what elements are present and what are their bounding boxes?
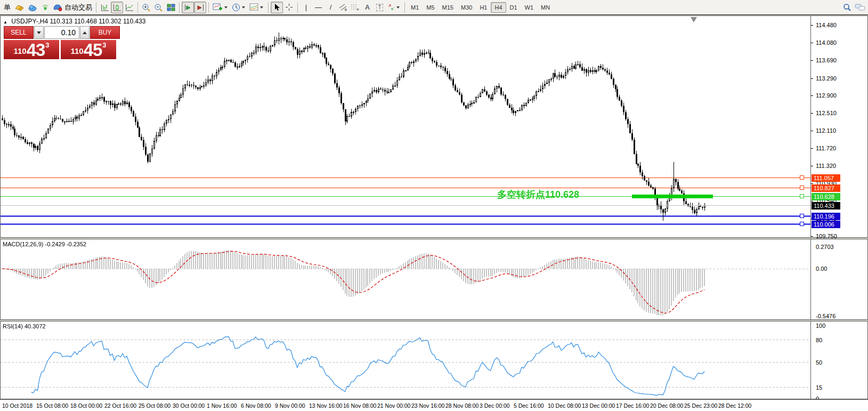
time-axis[interactable]: 10 Oct 201815 Oct 08:0018 Oct 00:0022 Oc… (0, 399, 868, 411)
time-axis-label: 13 Nov 16:00 (309, 402, 342, 409)
zoom-in-button[interactable] (140, 2, 152, 13)
rsi-plot[interactable] (1, 321, 810, 399)
main-toolbar: 单 自动交易 | — / E F A T M1M5M15M30H1H4D1W1M… (0, 0, 868, 15)
timeframe-m30[interactable]: M30 (457, 2, 476, 13)
toolbar-separator (297, 2, 298, 13)
indicators-button[interactable] (211, 2, 230, 13)
buy-button[interactable]: BUY (90, 26, 120, 39)
volume-input[interactable] (44, 26, 79, 39)
bid-superscript: 3 (45, 41, 49, 49)
templates-button[interactable] (248, 2, 266, 13)
macd-plot[interactable] (1, 239, 810, 319)
channel-button[interactable]: E (337, 2, 349, 13)
chart-bars-button[interactable] (99, 2, 111, 13)
price-tick-label: 114.480 (816, 21, 837, 29)
rsi-axis-label: 80 (816, 336, 822, 344)
time-axis-label: 28 Dec 12:00 (718, 402, 751, 409)
time-axis-label: 10 Oct 2018 (2, 402, 33, 409)
price-tag: 110.433 (812, 202, 840, 209)
toolbar-right-group (841, 2, 868, 13)
zoom-in-icon (142, 3, 151, 12)
horizontal-line-button[interactable]: — (312, 2, 325, 13)
label-tool-icon: T (376, 4, 383, 11)
chat-button[interactable] (853, 2, 868, 13)
news-cloud-button[interactable] (26, 2, 39, 13)
tile-windows-button[interactable] (165, 2, 177, 13)
chart-line-button[interactable] (123, 2, 135, 13)
dropdown-arrow-icon[interactable] (224, 6, 228, 9)
gold-ingot-button[interactable] (13, 2, 26, 13)
time-axis-label: 18 Oct 00:00 (70, 402, 102, 409)
periods-button[interactable] (230, 2, 248, 13)
chart-shift-button[interactable] (194, 2, 206, 13)
chart-symbol-period: USDJPY-,H4 (11, 18, 48, 25)
rsi-axis[interactable]: 1008050150 (811, 321, 868, 399)
arrows-icon (387, 4, 395, 11)
arrows-tool-button[interactable] (386, 2, 402, 13)
timeframe-h1[interactable]: H1 (476, 2, 491, 13)
timeframe-m15[interactable]: M15 (439, 2, 457, 13)
zoom-out-button[interactable] (152, 2, 165, 13)
crosshair-button[interactable] (283, 2, 295, 13)
trendline-button[interactable]: / (325, 2, 337, 13)
price-axis[interactable]: 114.480114.080113.690113.290112.900112.5… (811, 15, 868, 238)
timeframe-d1[interactable]: D1 (506, 2, 521, 13)
time-axis-label: 10 Dec 08:00 (548, 402, 581, 409)
timeframe-h4[interactable]: H4 (491, 2, 506, 13)
price-tag: 110.006 (812, 221, 840, 228)
line-chart-icon (125, 4, 134, 11)
channel-icon: E (338, 3, 347, 11)
chart-shift-marker-icon[interactable] (691, 17, 697, 22)
time-axis-label: 13 Dec 00:00 (582, 402, 615, 409)
timeframe-m1[interactable]: M1 (407, 2, 423, 13)
sell-button[interactable]: SELL (4, 26, 34, 39)
mt4-window: { "toolbar": { "partial_button": "单", "a… (0, 0, 868, 411)
price-tick-label: 111.720 (816, 144, 836, 152)
label-tool-button[interactable]: T (374, 2, 386, 13)
autoscroll-icon (184, 4, 192, 11)
time-axis-label: 25 Oct 08:00 (139, 402, 171, 409)
collapse-marker-icon[interactable]: ▲ (3, 20, 7, 25)
timeframe-toolbar: M1M5M15M30H1H4D1W1MN (407, 2, 554, 13)
price-tick-label: 112.110 (816, 127, 836, 134)
text-tool-button[interactable]: A (361, 2, 374, 13)
dropdown-arrow-icon[interactable] (260, 6, 263, 9)
autotrading-button[interactable]: 自动交易 (51, 2, 94, 13)
timeframe-mn[interactable]: MN (537, 2, 554, 13)
ask-prefix: 110 (70, 43, 83, 59)
autoscroll-button[interactable] (182, 2, 194, 13)
volume-down-button[interactable] (34, 26, 44, 39)
fibonacci-button[interactable]: F (349, 2, 361, 13)
signal-button[interactable] (39, 2, 51, 13)
price-tick-mark (811, 95, 813, 96)
clock-icon (232, 3, 240, 11)
timeframe-w1[interactable]: W1 (521, 2, 538, 13)
vertical-line-button[interactable]: | (300, 2, 312, 13)
toolbar-separator (268, 2, 269, 13)
fibonacci-icon: F (351, 3, 360, 11)
timeframe-m5[interactable]: M5 (423, 2, 438, 13)
time-axis-label: 6 Nov 08:00 (241, 402, 271, 409)
chart-text-annotation[interactable]: 多空转折点110.628 (497, 188, 579, 201)
new-order-button[interactable]: 单 (1, 2, 13, 13)
trendline-icon: / (330, 4, 332, 11)
chart-candles-button[interactable] (111, 2, 123, 13)
price-tick-mark (811, 131, 813, 131)
search-button[interactable] (841, 2, 853, 13)
text-tool-icon: A (365, 4, 370, 11)
triangle-up-icon (83, 31, 87, 34)
price-tick-mark (811, 148, 813, 149)
bid-price-tile[interactable]: 110 43 3 (4, 40, 59, 59)
new-order-label: 单 (4, 3, 11, 12)
ask-price-tile[interactable]: 110 45 3 (61, 40, 116, 59)
macd-axis-max: 0.2703 (816, 243, 834, 251)
main-chart-plot[interactable] (1, 16, 810, 237)
cursor-button[interactable] (271, 2, 283, 13)
macd-axis[interactable]: 0.2703 0.00 -0.5476 (811, 239, 868, 320)
price-tick-label: 112.900 (816, 92, 837, 99)
ask-superscript: 3 (102, 41, 106, 49)
volume-up-button[interactable] (80, 26, 90, 39)
dropdown-arrow-icon[interactable] (242, 6, 245, 9)
one-click-trade-panel: SELL BUY 110 43 3 110 45 3 (4, 26, 120, 59)
dropdown-arrow-icon[interactable] (396, 6, 400, 9)
